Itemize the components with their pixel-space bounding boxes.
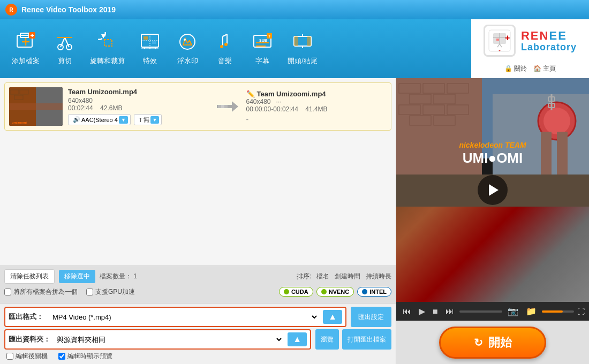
after-edit-checkbox-label[interactable]: 編輯後關機 (6, 352, 48, 361)
folder-select[interactable]: 與源資料夾相同 (55, 335, 283, 344)
progress-bar[interactable] (459, 310, 502, 313)
start-refresh-icon: ↻ (474, 336, 483, 349)
play-pause-button[interactable]: ▶ (417, 305, 427, 317)
toolbar-add-files[interactable]: 添加檔案 (5, 28, 46, 70)
intel-dot (362, 289, 367, 294)
bottom-checkboxes: 編輯後關機 編輯時顯示預覽 (4, 352, 391, 361)
clear-list-button[interactable]: 清除任務列表 (4, 269, 55, 284)
subtitle-icon: SUB T (253, 32, 272, 54)
sort-created[interactable]: 創建時間 (335, 272, 360, 281)
output-file-info: ✏️ Team Umizoomi.mp4 640x480 ··· 00:00:0… (246, 90, 387, 124)
toolbar-watermark[interactable]: 浮水印 (169, 28, 206, 70)
about-link[interactable]: 🔒 關於 (504, 64, 527, 73)
sort-duration[interactable]: 持續時長 (366, 272, 391, 281)
bottom-bar: 清除任務列表 移除選中 檔案數量： 1 排序: 檔名 創建時間 持續時長 將所有… (0, 266, 396, 303)
camera-button[interactable]: 📷 (505, 305, 520, 317)
audio-icon: 🔊 (73, 116, 80, 123)
sort-filename[interactable]: 檔名 (316, 272, 329, 281)
svg-rect-37 (294, 36, 298, 46)
svg-rect-21 (152, 41, 156, 44)
after-edit-checkbox[interactable] (6, 353, 13, 360)
toolbar-trim[interactable]: 開頭/結尾 (281, 28, 324, 70)
volume-slider[interactable] (542, 310, 574, 313)
svg-text:umizoomi: umizoomi (12, 121, 27, 124)
brand-sub: Laboratory (521, 42, 577, 53)
svg-text:+: + (505, 33, 510, 42)
toolbar-effect[interactable]: 特效 (131, 28, 169, 70)
skip-forward-button[interactable]: ⏭ (443, 306, 456, 317)
skip-back-button[interactable]: ⏮ (401, 306, 413, 317)
open-folder-button[interactable]: 打開匯出檔案 (342, 329, 391, 350)
brand-area: + + RENEE Laboratory 🔒 關於 🏠 主頁 (471, 19, 589, 78)
home-link[interactable]: 🏠 主頁 (533, 64, 556, 73)
file-thumbnail: umizoomi (9, 87, 63, 126)
svg-rect-59 (224, 105, 228, 108)
subtitle-label: 字幕 (255, 56, 269, 66)
svg-rect-78 (557, 132, 568, 175)
gpu-checkbox-label[interactable]: 支援GPU加速 (86, 287, 135, 297)
gpu-checkbox[interactable] (86, 289, 93, 295)
title-bar: R Renee Video Toolbox 2019 (0, 0, 589, 19)
svg-point-29 (224, 43, 228, 46)
browse-button[interactable]: 瀏覽 (315, 329, 339, 350)
app-title: Renee Video Toolbox 2019 (21, 5, 116, 14)
left-panel: umizoomi Team Umizoomi.mp4 640x480 00:02… (0, 78, 396, 364)
format-select[interactable]: MP4 Video (*.mp4) (50, 313, 319, 322)
folder-row: 匯出資料夾： 與源資料夾相同 ▲ (4, 329, 311, 350)
toolbar-subtitle[interactable]: SUB T 字幕 (244, 28, 281, 70)
add-files-icon (16, 32, 35, 54)
merge-checkbox[interactable] (4, 289, 11, 295)
start-area: ↻ 開始 (396, 321, 589, 364)
toolbar-cut[interactable]: 剪切 (46, 28, 84, 70)
svg-rect-58 (221, 105, 224, 108)
stop-button[interactable]: ■ (431, 306, 440, 317)
toolbar-rotate[interactable]: 旋轉和裁剪 (84, 28, 131, 70)
folder-button[interactable]: 📁 (524, 305, 539, 317)
effect-label: 特效 (143, 56, 157, 66)
svg-text:UMI●OMI: UMI●OMI (463, 150, 523, 166)
folder-actions: 瀏覽 打開匯出檔案 (315, 329, 391, 350)
svg-rect-45 (496, 39, 499, 41)
input-file-dim: 640x480 (68, 97, 209, 104)
trim-icon (293, 32, 312, 54)
nvenc-badge: NVENC (316, 287, 354, 297)
start-button[interactable]: ↻ 開始 (439, 327, 546, 359)
volume-fill (542, 310, 563, 313)
svg-point-27 (184, 39, 186, 41)
svg-marker-60 (232, 101, 238, 112)
toolbar-music[interactable]: 音樂 (206, 28, 244, 70)
svg-rect-20 (144, 36, 148, 40)
input-file-name: Team Umizoomi.mp4 (68, 88, 209, 96)
svg-text:+: + (499, 49, 501, 52)
video-controls: ⏮ ▶ ■ ⏭ 📷 📁 ⛶ (396, 302, 589, 321)
svg-text:R: R (9, 7, 13, 13)
svg-text:SUB: SUB (259, 39, 267, 42)
play-button-overlay[interactable] (478, 175, 508, 205)
output-file-name: ✏️ Team Umizoomi.mp4 (246, 90, 387, 98)
lock-icon: 🔒 (504, 65, 512, 72)
svg-text:nickelodeon TEAM: nickelodeon TEAM (459, 141, 526, 149)
svg-rect-15 (104, 40, 112, 46)
preview-checkbox[interactable] (58, 353, 65, 360)
bottom-bar-row1: 清除任務列表 移除選中 檔案數量： 1 排序: 檔名 創建時間 持續時長 (4, 269, 391, 284)
subtitle-control[interactable]: T 無 ▼ (134, 114, 162, 125)
audio-control[interactable]: 🔊 AAC(Stereo 4 ▼ (68, 114, 131, 125)
export-settings-button[interactable]: 匯出設定 (351, 307, 391, 327)
subtitle-dropdown-arrow[interactable]: ▼ (150, 116, 160, 124)
preview-checkbox-label[interactable]: 編輯時顯示預覽 (58, 352, 112, 361)
app-logo: R (5, 4, 17, 16)
svg-rect-38 (307, 36, 311, 46)
svg-rect-77 (541, 132, 552, 175)
folder-dropdown-btn[interactable]: ▲ (288, 332, 307, 346)
nvenc-dot (321, 289, 327, 294)
home-icon: 🏠 (533, 65, 541, 72)
remove-selected-button[interactable]: 移除選中 (59, 270, 95, 283)
format-row: 匯出格式： MP4 Video (*.mp4) ▲ (4, 307, 346, 327)
audio-dropdown-arrow[interactable]: ▼ (119, 116, 128, 124)
video-preview: nickelodeon TEAM UMI●OMI (396, 78, 589, 302)
format-dropdown-btn[interactable]: ▲ (323, 310, 342, 324)
subtitle-t-icon: T (139, 117, 142, 123)
fullscreen-button[interactable]: ⛶ (577, 307, 585, 316)
add-files-label: 添加檔案 (12, 56, 40, 66)
merge-checkbox-label[interactable]: 將所有檔案合拼為一個 (4, 287, 78, 297)
